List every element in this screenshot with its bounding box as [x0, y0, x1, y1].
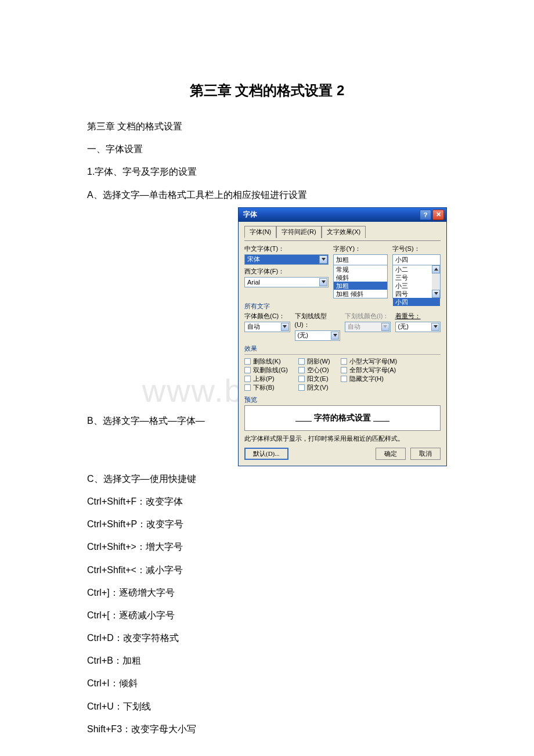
font-color-value: 自动 [247, 322, 260, 331]
size-listbox[interactable]: 小二 三号 小三 四号 小四 [392, 265, 441, 298]
label-cn-font: 中文字体(T)： [244, 244, 329, 253]
chevron-down-icon[interactable] [319, 255, 327, 264]
text-line: Ctrl+Shfit+<：减小字号 [87, 560, 447, 580]
label-size: 字号(S)： [392, 244, 441, 253]
style-input[interactable]: 加粗 [333, 254, 387, 265]
style-option[interactable]: 倾斜 [334, 273, 387, 282]
text-line: Ctrl+D：改变字符格式 [87, 628, 447, 648]
en-font-value: Arial [247, 279, 260, 286]
underline-color-value: 自动 [348, 322, 360, 331]
separator [244, 354, 441, 355]
scroll-down-icon[interactable] [432, 290, 440, 298]
scrollbar[interactable] [432, 265, 440, 298]
text-line: Ctrl+Shift+>：增大字号 [87, 537, 447, 557]
label-font-color: 字体颜色(C)： [244, 312, 290, 321]
tab-font[interactable]: 字体(N) [244, 226, 276, 238]
en-font-combo[interactable]: Arial [244, 277, 329, 287]
checkbox-strikethrough[interactable]: 删除线(K) [244, 357, 288, 366]
checkbox-double-strike[interactable]: 双删除线(G) [244, 366, 288, 375]
dialog-tabs: 字体(N) 字符间距(R) 文字效果(X) [244, 225, 441, 237]
font-color-combo[interactable]: 自动 [244, 322, 290, 332]
label-emphasis: 着重号： [395, 312, 441, 321]
text-line: C、选择文字—使用快捷键 [87, 469, 447, 489]
checkbox-shadow[interactable]: 阴影(W) [298, 357, 330, 366]
text-line: A、选择文字—单击格式工具栏上的相应按钮进行设置 [87, 185, 447, 205]
close-button[interactable]: ✕ [432, 210, 444, 220]
cn-font-value: 宋体 [247, 255, 260, 264]
checkbox-all-caps[interactable]: 全部大写字母(A) [341, 366, 398, 375]
preview-box: 字符的格式设置 [244, 405, 441, 431]
style-listbox[interactable]: 常规 倾斜 加粗 加粗 倾斜 [333, 265, 387, 298]
style-option[interactable]: 常规 [334, 265, 387, 273]
checkbox-subscript[interactable]: 下标(B) [244, 383, 288, 392]
label-underline-color: 下划线颜色(I)： [345, 312, 391, 321]
dialog-title: 字体 [243, 210, 418, 219]
label-underline-style: 下划线线型(U)： [295, 312, 341, 329]
size-input[interactable]: 小四 [392, 254, 441, 265]
emphasis-value: (无) [398, 322, 409, 331]
underline-style-value: (无) [298, 331, 308, 340]
text-line: Shift+F3：改变字母大小写 [87, 719, 447, 739]
text-line: 一、字体设置 [87, 139, 447, 159]
ok-button[interactable]: 确定 [376, 448, 406, 460]
text-line: Ctrl+I：倾斜 [87, 673, 447, 693]
text-line: Ctrl+]：逐磅增大字号 [87, 582, 447, 603]
chevron-down-icon[interactable] [331, 332, 339, 340]
text-line: Ctrl+Shift+F：改变字体 [87, 491, 447, 512]
chevron-down-icon [381, 323, 389, 331]
label-en-font: 西文字体(F)： [244, 267, 329, 276]
checkbox-emboss[interactable]: 阳文(E) [298, 375, 330, 383]
checkbox-outline[interactable]: 空心(O) [298, 366, 330, 375]
section-effects: 效果 [244, 344, 441, 353]
chevron-down-icon[interactable] [319, 278, 327, 286]
font-dialog: 字体 ? ✕ 字体(N) 字符间距(R) 文字效果(X) 中文字体(T)： 宋体 [238, 207, 447, 466]
dialog-titlebar[interactable]: 字体 ? ✕ [239, 208, 446, 222]
size-option-selected[interactable]: 小四 [393, 298, 440, 306]
tab-text-effects[interactable]: 文字效果(X) [322, 226, 366, 238]
text-line: Ctrl+U：下划线 [87, 696, 447, 717]
cn-font-combo[interactable]: 宋体 [244, 254, 329, 265]
chevron-down-icon[interactable] [281, 323, 289, 331]
scroll-up-icon[interactable] [432, 265, 440, 273]
emphasis-combo[interactable]: (无) [395, 322, 441, 332]
style-value: 加粗 [336, 255, 349, 264]
checkbox-engrave[interactable]: 阴文(V) [298, 383, 330, 392]
font-dialog-screenshot: 字体 ? ✕ 字体(N) 字符间距(R) 文字效果(X) 中文字体(T)： 宋体 [238, 207, 447, 466]
checkbox-small-caps[interactable]: 小型大写字母(M) [341, 357, 398, 366]
label-style: 字形(Y)： [333, 244, 387, 253]
checkbox-hidden[interactable]: 隐藏文字(H) [341, 375, 398, 383]
underline-style-combo[interactable]: (无) [295, 330, 341, 341]
cancel-button[interactable]: 取消 [410, 448, 441, 460]
size-value: 小四 [395, 255, 408, 264]
preview-hint: 此字体样式限于显示，打印时将采用最相近的匹配样式。 [244, 434, 441, 443]
effects-group: 删除线(K) 双删除线(G) 上标(P) 下标(B) 阴影(W) 空心(O) 阳… [244, 357, 441, 392]
text-line: 第三章 文档的格式设置 [87, 116, 447, 136]
text-line: Ctrl+Shift+P：改变字号 [87, 514, 447, 534]
section-preview: 预览 [244, 395, 441, 404]
doc-title: 第三章 文档的格式设置 2 [87, 81, 447, 100]
style-option-selected[interactable]: 加粗 [334, 282, 387, 290]
text-line: 1.字体、字号及字形的设置 [87, 161, 447, 182]
checkbox-superscript[interactable]: 上标(P) [244, 375, 288, 383]
style-option[interactable]: 加粗 倾斜 [334, 290, 387, 298]
text-line: Ctrl+B：加粗 [87, 650, 447, 671]
default-button[interactable]: 默认(D)... [244, 448, 288, 460]
preview-text: 字符的格式设置 [314, 413, 371, 423]
tab-char-spacing[interactable]: 字符间距(R) [276, 226, 321, 238]
text-line: Ctrl+[：逐磅减小字号 [87, 605, 447, 625]
help-button[interactable]: ? [420, 210, 431, 220]
chevron-down-icon[interactable] [431, 323, 439, 331]
underline-color-combo: 自动 [345, 322, 391, 332]
